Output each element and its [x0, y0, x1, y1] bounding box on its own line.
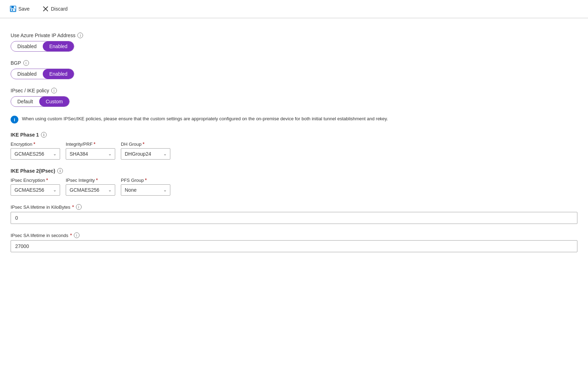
dh-group-label: DH Group * — [121, 141, 170, 147]
encryption-select-wrapper: GCMAES256 GCMAES128 AES256 AES128 ⌄ — [11, 148, 60, 160]
encryption-label: Encryption * — [11, 141, 60, 147]
integrity-select-wrapper: SHA384 SHA256 SHA1 ⌄ — [66, 148, 115, 160]
ipsec-encryption-label: IPsec Encryption * — [11, 177, 60, 183]
private-ip-disabled[interactable]: Disabled — [11, 41, 43, 51]
ike-phase1-fields: Encryption * GCMAES256 GCMAES128 AES256 … — [11, 141, 577, 160]
ipsec-integrity-select[interactable]: GCMAES256 GCMAES128 SHA256 — [66, 184, 115, 196]
ipsec-integrity-required: * — [96, 177, 98, 183]
sa-kilobytes-label-row: IPsec SA lifetime in KiloBytes * i — [11, 204, 577, 210]
ike-phase2-info-icon[interactable]: i — [57, 168, 63, 174]
discard-label: Discard — [51, 6, 67, 12]
integrity-select[interactable]: SHA384 SHA256 SHA1 — [66, 148, 115, 160]
ipsec-encryption-select-wrapper: GCMAES256 GCMAES128 AES256 ⌄ — [11, 184, 60, 196]
sa-kilobytes-required: * — [72, 204, 74, 210]
ipsec-integrity-field-group: IPsec Integrity * GCMAES256 GCMAES128 SH… — [66, 177, 115, 196]
sa-seconds-required: * — [70, 232, 72, 238]
ike-phase2-section: IKE Phase 2(IPsec) i IPsec Encryption * … — [11, 168, 577, 196]
ipsec-encryption-required: * — [46, 177, 48, 183]
ike-phase1-section: IKE Phase 1 i Encryption * GCMAES256 GCM… — [11, 132, 577, 160]
ike-phase2-fields: IPsec Encryption * GCMAES256 GCMAES128 A… — [11, 177, 577, 196]
ipsec-policy-section: IPsec / IKE policy i Default Custom — [11, 88, 577, 107]
ipsec-policy-toggle: Default Custom — [11, 96, 70, 107]
integrity-required: * — [94, 141, 95, 147]
ipsec-default[interactable]: Default — [11, 97, 39, 106]
private-ip-info-icon[interactable]: i — [77, 33, 83, 38]
info-banner: i When using custom IPSec/IKE policies, … — [11, 115, 577, 123]
save-icon — [10, 6, 16, 12]
sa-kilobytes-input[interactable] — [11, 212, 577, 224]
dh-group-required: * — [143, 141, 145, 147]
sa-seconds-label-row: IPsec SA lifetime in seconds * i — [11, 232, 577, 238]
bgp-section: BGP i Disabled Enabled — [11, 60, 577, 79]
pfs-group-select[interactable]: None PFS1 PFS2 PFS14 — [121, 184, 170, 196]
info-banner-text: When using custom IPSec/IKE policies, pl… — [22, 115, 388, 122]
main-content: Use Azure Private IP Address i Disabled … — [0, 25, 588, 268]
private-ip-label: Use Azure Private IP Address i — [11, 33, 577, 38]
sa-kilobytes-info-icon[interactable]: i — [76, 204, 82, 210]
pfs-group-select-wrapper: None PFS1 PFS2 PFS14 ⌄ — [121, 184, 170, 196]
pfs-group-field-group: PFS Group * None PFS1 PFS2 PFS14 ⌄ — [121, 177, 170, 196]
dh-group-select-wrapper: DHGroup24 DHGroup14 DHGroup2 ⌄ — [121, 148, 170, 160]
dh-group-select[interactable]: DHGroup24 DHGroup14 DHGroup2 — [121, 148, 170, 160]
ike-phase2-label: IKE Phase 2(IPsec) i — [11, 168, 577, 174]
ipsec-policy-info-icon[interactable]: i — [51, 88, 57, 93]
ipsec-encryption-field-group: IPsec Encryption * GCMAES256 GCMAES128 A… — [11, 177, 60, 196]
discard-button[interactable]: Discard — [40, 4, 70, 13]
pfs-group-required: * — [145, 177, 147, 183]
ike-phase1-info-icon[interactable]: i — [41, 132, 47, 138]
pfs-group-label: PFS Group * — [121, 177, 170, 183]
bgp-disabled[interactable]: Disabled — [11, 69, 43, 79]
private-ip-section: Use Azure Private IP Address i Disabled … — [11, 33, 577, 52]
integrity-label: Integrity/PRF * — [66, 141, 115, 147]
ipsec-integrity-select-wrapper: GCMAES256 GCMAES128 SHA256 ⌄ — [66, 184, 115, 196]
encryption-required: * — [33, 141, 35, 147]
dh-group-field-group: DH Group * DHGroup24 DHGroup14 DHGroup2 … — [121, 141, 170, 160]
bgp-label: BGP i — [11, 60, 577, 66]
ipsec-policy-label: IPsec / IKE policy i — [11, 88, 577, 93]
sa-seconds-section: IPsec SA lifetime in seconds * i — [11, 232, 577, 252]
sa-seconds-info-icon[interactable]: i — [74, 232, 80, 238]
bgp-info-icon[interactable]: i — [23, 60, 29, 66]
integrity-field-group: Integrity/PRF * SHA384 SHA256 SHA1 ⌄ — [66, 141, 115, 160]
svg-rect-3 — [12, 10, 13, 11]
bgp-enabled[interactable]: Enabled — [43, 69, 74, 79]
ipsec-encryption-select[interactable]: GCMAES256 GCMAES128 AES256 — [11, 184, 60, 196]
bgp-toggle: Disabled Enabled — [11, 69, 74, 79]
ipsec-integrity-label: IPsec Integrity * — [66, 177, 115, 183]
toolbar: Save Discard — [0, 0, 588, 18]
sa-seconds-input[interactable] — [11, 240, 577, 252]
encryption-select[interactable]: GCMAES256 GCMAES128 AES256 AES128 — [11, 148, 60, 160]
ike-phase1-label: IKE Phase 1 i — [11, 132, 577, 138]
svg-rect-1 — [11, 6, 14, 8]
encryption-field-group: Encryption * GCMAES256 GCMAES128 AES256 … — [11, 141, 60, 160]
save-button[interactable]: Save — [7, 4, 33, 13]
ipsec-custom[interactable]: Custom — [39, 97, 69, 106]
sa-kilobytes-section: IPsec SA lifetime in KiloBytes * i — [11, 204, 577, 224]
info-circle-icon: i — [11, 116, 18, 123]
private-ip-enabled[interactable]: Enabled — [43, 41, 74, 51]
discard-icon — [42, 6, 49, 12]
save-label: Save — [18, 6, 30, 12]
private-ip-toggle: Disabled Enabled — [11, 41, 74, 52]
